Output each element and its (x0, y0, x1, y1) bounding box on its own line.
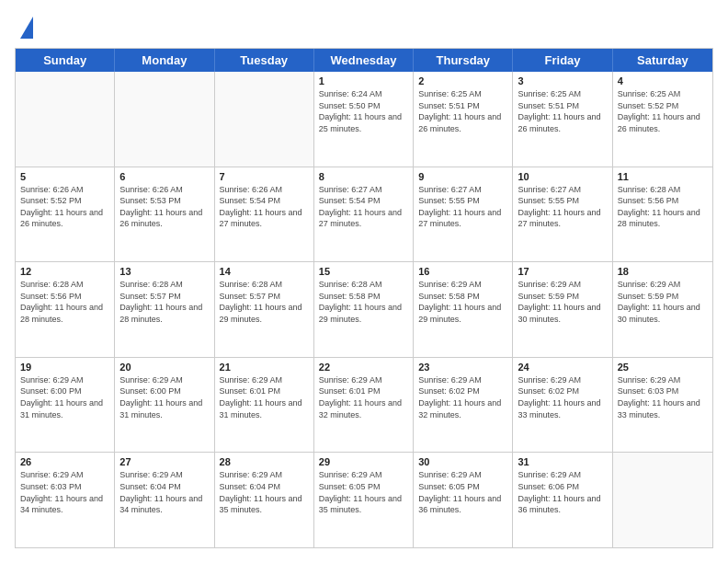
day-header-wednesday: Wednesday (314, 49, 414, 72)
day-cell-9: 9Sunrise: 6:27 AM Sunset: 5:55 PM Daylig… (414, 167, 513, 262)
day-info: Sunrise: 6:29 AM Sunset: 5:58 PM Dayligh… (418, 279, 507, 325)
day-number: 28 (220, 456, 309, 467)
day-headers: SundayMondayTuesdayWednesdayThursdayFrid… (16, 49, 712, 72)
day-info: Sunrise: 6:27 AM Sunset: 5:55 PM Dayligh… (518, 184, 607, 230)
day-number: 30 (418, 456, 507, 467)
weeks-container: 1Sunrise: 6:24 AM Sunset: 5:50 PM Daylig… (16, 72, 712, 547)
day-cell-31: 31Sunrise: 6:29 AM Sunset: 6:06 PM Dayli… (513, 453, 612, 547)
calendar-page: SundayMondayTuesdayWednesdayThursdayFrid… (0, 0, 728, 563)
day-number: 8 (319, 171, 408, 182)
day-info: Sunrise: 6:29 AM Sunset: 6:04 PM Dayligh… (220, 469, 309, 515)
day-cell-4: 4Sunrise: 6:25 AM Sunset: 5:52 PM Daylig… (613, 72, 712, 167)
day-header-monday: Monday (115, 49, 214, 72)
day-cell-20: 20Sunrise: 6:29 AM Sunset: 6:00 PM Dayli… (115, 358, 214, 453)
day-number: 15 (319, 266, 408, 277)
week-row-2: 5Sunrise: 6:26 AM Sunset: 5:52 PM Daylig… (16, 167, 712, 262)
day-number: 18 (618, 266, 708, 277)
calendar: SundayMondayTuesdayWednesdayThursdayFrid… (15, 48, 713, 548)
day-cell-18: 18Sunrise: 6:29 AM Sunset: 5:59 PM Dayli… (613, 262, 712, 357)
day-info: Sunrise: 6:29 AM Sunset: 6:03 PM Dayligh… (20, 469, 109, 515)
day-number: 26 (20, 456, 109, 467)
day-header-tuesday: Tuesday (215, 49, 314, 72)
day-number: 29 (319, 456, 408, 467)
day-info: Sunrise: 6:29 AM Sunset: 6:01 PM Dayligh… (319, 374, 408, 420)
day-number: 21 (220, 362, 309, 373)
day-cell-21: 21Sunrise: 6:29 AM Sunset: 6:01 PM Dayli… (215, 358, 314, 453)
day-cell-10: 10Sunrise: 6:27 AM Sunset: 5:55 PM Dayli… (513, 167, 612, 262)
day-number: 22 (319, 362, 408, 373)
header (15, 15, 713, 39)
day-cell-17: 17Sunrise: 6:29 AM Sunset: 5:59 PM Dayli… (513, 262, 612, 357)
day-number: 4 (618, 75, 708, 86)
day-info: Sunrise: 6:29 AM Sunset: 5:59 PM Dayligh… (618, 279, 708, 325)
day-number: 12 (20, 266, 109, 277)
day-info: Sunrise: 6:29 AM Sunset: 6:06 PM Dayligh… (518, 469, 607, 515)
day-info: Sunrise: 6:26 AM Sunset: 5:53 PM Dayligh… (119, 184, 209, 230)
logo-triangle-icon (20, 17, 33, 39)
day-cell-19: 19Sunrise: 6:29 AM Sunset: 6:00 PM Dayli… (16, 358, 115, 453)
day-cell-7: 7Sunrise: 6:26 AM Sunset: 5:54 PM Daylig… (215, 167, 314, 262)
day-cell-15: 15Sunrise: 6:28 AM Sunset: 5:58 PM Dayli… (314, 262, 414, 357)
day-info: Sunrise: 6:28 AM Sunset: 5:56 PM Dayligh… (20, 279, 109, 325)
day-info: Sunrise: 6:27 AM Sunset: 5:55 PM Dayligh… (418, 184, 507, 230)
day-number: 10 (518, 171, 607, 182)
day-number: 19 (20, 362, 109, 373)
day-cell-16: 16Sunrise: 6:29 AM Sunset: 5:58 PM Dayli… (414, 262, 513, 357)
day-info: Sunrise: 6:29 AM Sunset: 5:59 PM Dayligh… (518, 279, 607, 325)
day-header-friday: Friday (513, 49, 612, 72)
day-cell-25: 25Sunrise: 6:29 AM Sunset: 6:03 PM Dayli… (613, 358, 712, 453)
logo (15, 15, 33, 39)
day-info: Sunrise: 6:29 AM Sunset: 6:02 PM Dayligh… (418, 374, 507, 420)
day-cell-30: 30Sunrise: 6:29 AM Sunset: 6:05 PM Dayli… (414, 453, 513, 547)
day-cell-14: 14Sunrise: 6:28 AM Sunset: 5:57 PM Dayli… (215, 262, 314, 357)
day-number: 9 (418, 171, 507, 182)
day-cell-5: 5Sunrise: 6:26 AM Sunset: 5:52 PM Daylig… (16, 167, 115, 262)
day-number: 23 (418, 362, 507, 373)
day-number: 5 (20, 171, 109, 182)
day-number: 1 (319, 75, 408, 86)
empty-cell (613, 453, 712, 547)
day-cell-23: 23Sunrise: 6:29 AM Sunset: 6:02 PM Dayli… (414, 358, 513, 453)
day-number: 3 (518, 75, 607, 86)
day-cell-29: 29Sunrise: 6:29 AM Sunset: 6:05 PM Dayli… (314, 453, 414, 547)
day-number: 16 (418, 266, 507, 277)
day-header-sunday: Sunday (16, 49, 115, 72)
day-number: 24 (518, 362, 607, 373)
week-row-1: 1Sunrise: 6:24 AM Sunset: 5:50 PM Daylig… (16, 72, 712, 167)
day-info: Sunrise: 6:29 AM Sunset: 6:00 PM Dayligh… (119, 374, 209, 420)
day-info: Sunrise: 6:29 AM Sunset: 6:04 PM Dayligh… (119, 469, 209, 515)
day-info: Sunrise: 6:28 AM Sunset: 5:57 PM Dayligh… (220, 279, 309, 325)
day-info: Sunrise: 6:28 AM Sunset: 5:58 PM Dayligh… (319, 279, 408, 325)
day-cell-12: 12Sunrise: 6:28 AM Sunset: 5:56 PM Dayli… (16, 262, 115, 357)
day-cell-22: 22Sunrise: 6:29 AM Sunset: 6:01 PM Dayli… (314, 358, 414, 453)
day-info: Sunrise: 6:29 AM Sunset: 6:05 PM Dayligh… (319, 469, 408, 515)
day-cell-13: 13Sunrise: 6:28 AM Sunset: 5:57 PM Dayli… (115, 262, 214, 357)
day-info: Sunrise: 6:29 AM Sunset: 6:03 PM Dayligh… (618, 374, 708, 420)
day-info: Sunrise: 6:25 AM Sunset: 5:51 PM Dayligh… (418, 88, 507, 134)
day-cell-8: 8Sunrise: 6:27 AM Sunset: 5:54 PM Daylig… (314, 167, 414, 262)
day-cell-27: 27Sunrise: 6:29 AM Sunset: 6:04 PM Dayli… (115, 453, 214, 547)
day-cell-26: 26Sunrise: 6:29 AM Sunset: 6:03 PM Dayli… (16, 453, 115, 547)
day-header-thursday: Thursday (414, 49, 513, 72)
day-number: 20 (119, 362, 209, 373)
day-cell-3: 3Sunrise: 6:25 AM Sunset: 5:51 PM Daylig… (513, 72, 612, 167)
day-cell-1: 1Sunrise: 6:24 AM Sunset: 5:50 PM Daylig… (314, 72, 414, 167)
day-cell-28: 28Sunrise: 6:29 AM Sunset: 6:04 PM Dayli… (215, 453, 314, 547)
day-number: 17 (518, 266, 607, 277)
day-number: 6 (119, 171, 209, 182)
day-header-saturday: Saturday (613, 49, 712, 72)
day-number: 7 (220, 171, 309, 182)
day-cell-24: 24Sunrise: 6:29 AM Sunset: 6:02 PM Dayli… (513, 358, 612, 453)
day-number: 13 (119, 266, 209, 277)
day-info: Sunrise: 6:27 AM Sunset: 5:54 PM Dayligh… (319, 184, 408, 230)
day-number: 27 (119, 456, 209, 467)
day-info: Sunrise: 6:28 AM Sunset: 5:57 PM Dayligh… (119, 279, 209, 325)
day-info: Sunrise: 6:26 AM Sunset: 5:52 PM Dayligh… (20, 184, 109, 230)
day-info: Sunrise: 6:29 AM Sunset: 6:02 PM Dayligh… (518, 374, 607, 420)
empty-cell (215, 72, 314, 167)
day-number: 31 (518, 456, 607, 467)
day-info: Sunrise: 6:29 AM Sunset: 6:05 PM Dayligh… (418, 469, 507, 515)
day-info: Sunrise: 6:28 AM Sunset: 5:56 PM Dayligh… (618, 184, 708, 230)
day-number: 25 (618, 362, 708, 373)
empty-cell (115, 72, 214, 167)
